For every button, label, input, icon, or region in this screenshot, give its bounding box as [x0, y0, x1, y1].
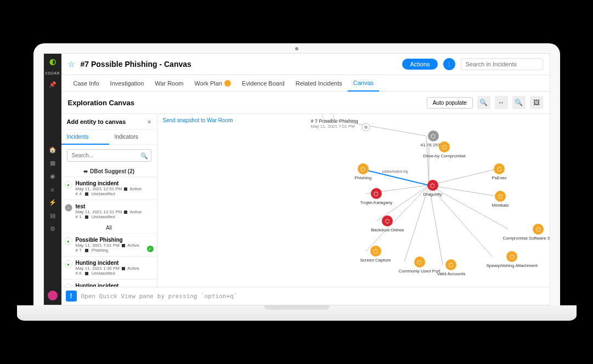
- svg-point-2: [362, 123, 370, 131]
- node-label: Screen Capture: [360, 258, 391, 263]
- node-icon: ⬡: [358, 163, 369, 174]
- all-header: All: [61, 223, 157, 233]
- quick-view-icon[interactable]: !: [66, 291, 77, 302]
- search-incidents-input[interactable]: [461, 58, 543, 70]
- svg-line-13: [429, 185, 443, 265]
- severity-dot-icon: ●: [65, 237, 72, 245]
- graph-node[interactable]: ⬡Mimikatz: [492, 191, 510, 208]
- work-plan-badge-icon: [224, 80, 231, 87]
- list-item[interactable]: ● Possible Phishing May 11, 2021 7:01 PM…: [61, 233, 157, 256]
- auto-populate-button[interactable]: Auto populate: [427, 97, 473, 109]
- graph-node[interactable]: ⬡PsExec: [492, 163, 507, 180]
- node-label: Trojan.Karagany: [360, 200, 393, 205]
- left-nav: ◐ XSOAR 📌 🏠 ▦ ◉ ≡ ⚡ ▤ ⚙: [44, 54, 61, 305]
- svg-point-3: [364, 126, 368, 129]
- node-label: Valid Accounts: [437, 271, 466, 276]
- severity-dot-icon: ●: [65, 181, 72, 189]
- node-icon: ⬡: [427, 180, 438, 191]
- zoom-in-button[interactable]: 🔍: [512, 96, 526, 109]
- item-name: Possible Phishing: [76, 237, 153, 243]
- pin-icon[interactable]: 📌: [49, 81, 57, 88]
- node-icon: ⬡: [371, 188, 382, 199]
- add-entity-panel: Add entity to canvas × Incidents Indicat…: [61, 114, 157, 287]
- node-icon: ⬡: [439, 141, 450, 152]
- camera-dot: [295, 47, 298, 50]
- quick-view-hint: Open Quick View pane by pressing `option…: [81, 293, 238, 300]
- report-icon[interactable]: ▤: [49, 212, 57, 220]
- list-icon[interactable]: ≡: [49, 186, 57, 194]
- item-name: test: [76, 203, 153, 209]
- send-snapshot-link[interactable]: Send snapshot to War Room: [163, 117, 233, 123]
- indicator-icon[interactable]: ◉: [49, 173, 57, 180]
- graph-node[interactable]: ⬡Trojan.Karagany: [360, 188, 393, 205]
- star-icon[interactable]: ☆: [68, 60, 75, 69]
- user-avatar[interactable]: [48, 291, 58, 300]
- node-icon: ⬡: [445, 259, 456, 270]
- graph-node[interactable]: ⬡Spearphishing Attachment: [487, 251, 538, 268]
- close-panel-icon[interactable]: ×: [148, 118, 151, 125]
- node-label: Phishing: [355, 175, 372, 180]
- graph-node[interactable]: ⬡Phishing: [355, 163, 372, 180]
- node-icon: ⬡: [533, 224, 544, 235]
- bolt-icon[interactable]: ⚡: [49, 199, 57, 207]
- graph-node[interactable]: ⬡Backdoor.Oldrea: [371, 215, 404, 232]
- tab-related-incidents[interactable]: Related Incidents: [290, 75, 348, 91]
- node-icon: ⬡: [382, 215, 393, 226]
- svg-line-12: [404, 185, 429, 262]
- center-node[interactable]: ⬡Dragonfly: [423, 180, 442, 197]
- node-label: Drive-by Compromise: [423, 153, 466, 158]
- tab-investigation[interactable]: Investigation: [105, 75, 150, 91]
- graph-node[interactable]: ⬡Valid Accounts: [437, 259, 466, 276]
- subtab-indicators[interactable]: Indicators: [109, 130, 157, 144]
- graph-node[interactable]: ⬡Commonly Used Port: [399, 257, 440, 274]
- tab-work-plan[interactable]: Work Plan: [189, 75, 237, 91]
- zoom-out-button[interactable]: 🔍: [477, 96, 490, 109]
- node-label: Compromise Software Supply Cha...: [503, 236, 550, 241]
- check-icon: ✓: [147, 246, 154, 252]
- list-item[interactable]: ● Hunting incident May 11, 2021 1:36 PM …: [61, 256, 157, 279]
- laptop-base: [17, 305, 577, 321]
- dashboard-icon[interactable]: ▦: [49, 160, 57, 167]
- graph-node[interactable]: ⬡Screen Capture: [360, 246, 391, 263]
- list-item[interactable]: ● test May 11, 2021 12:31 PM Active # 1 …: [61, 200, 157, 223]
- add-entity-title: Add entity to canvas: [67, 118, 126, 125]
- secondary-bar: Exploration Canvas Auto populate 🔍 ↔ 🔍 🖼: [61, 92, 550, 114]
- node-label: Mimikatz: [492, 203, 510, 208]
- graph-node[interactable]: ⬡Compromise Software Supply Cha...: [503, 224, 550, 241]
- graph-node[interactable]: ⬡Drive-by Compromise: [423, 141, 466, 158]
- node-icon: ⬡: [494, 163, 505, 174]
- gear-icon[interactable]: ⚙: [49, 225, 57, 233]
- fit-button[interactable]: ↔: [495, 96, 508, 109]
- list-item[interactable]: ● Hunting incident May 11, 2021 1:34 PM …: [61, 279, 157, 287]
- brand-label: XSOAR: [45, 71, 60, 75]
- page-header: ☆ #7 Possible Phishing - Canvas Actions …: [61, 54, 550, 75]
- node-icon: ⬡: [370, 246, 381, 257]
- quick-view-footer: ! Open Quick View pane by pressing `opti…: [61, 287, 550, 305]
- edge-label: uses/used-by: [382, 169, 409, 174]
- dbot-suggest-header[interactable]: ⬌DBot Suggest (2): [61, 166, 157, 177]
- tab-bar: Case Info Investigation War Room Work Pl…: [61, 75, 550, 92]
- node-label: PsExec: [492, 175, 507, 180]
- search-icon: 🔍: [140, 152, 148, 159]
- entity-search-input[interactable]: [67, 149, 151, 162]
- node-icon: ⬡: [414, 257, 425, 268]
- severity-dot-icon: ●: [65, 283, 72, 287]
- node-label: Dragonfly: [423, 192, 442, 197]
- tab-evidence-board[interactable]: Evidence Board: [236, 75, 290, 91]
- node-icon: ⬡: [506, 251, 517, 262]
- severity-dot-icon: ●: [65, 260, 72, 268]
- item-name: Hunting incident: [76, 260, 153, 266]
- image-export-button[interactable]: 🖼: [530, 96, 543, 109]
- list-item[interactable]: ● Hunting incident May 11, 2021 12:51 PM…: [61, 177, 157, 200]
- root-node-label: # 7 Possible Phishing May 11, 2021 7:01 …: [311, 118, 358, 129]
- node-label: Backdoor.Oldrea: [371, 228, 404, 232]
- actions-button[interactable]: Actions: [402, 59, 437, 70]
- tab-canvas[interactable]: Canvas: [348, 75, 379, 92]
- exploration-canvas[interactable]: Send snapshot to War Room # 7 Possible P…: [157, 114, 550, 287]
- home-icon[interactable]: 🏠: [49, 146, 57, 154]
- info-button[interactable]: ⋮: [443, 58, 455, 70]
- tab-case-info[interactable]: Case Info: [68, 75, 105, 91]
- tab-war-room[interactable]: War Room: [149, 75, 189, 91]
- subtab-incidents[interactable]: Incidents: [61, 130, 109, 145]
- brand-logo: ◐: [49, 57, 56, 66]
